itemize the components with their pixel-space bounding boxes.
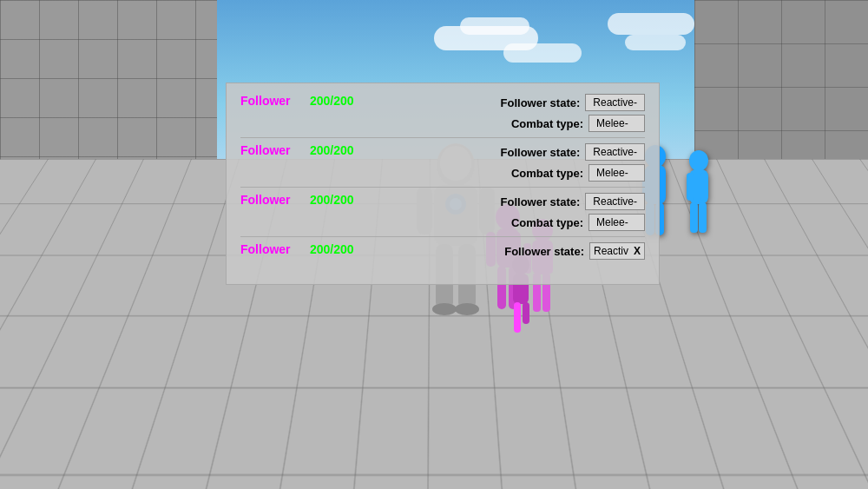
follower-2-row: Follower 200/200 (240, 143, 379, 157)
follower-3-combat-row: Combat type: Melee- (501, 214, 645, 231)
follower-1-row: Follower 200/200 (240, 94, 379, 108)
follower-3-combat-label: Combat type: (511, 216, 583, 229)
follower-2-info: Follower 200/200 (240, 143, 379, 164)
follower-4-controls: Follower state: Reactiv X (504, 242, 645, 260)
follower-2-combat-row: Combat type: Melee- (501, 164, 645, 182)
follower-4-health: 200/200 (310, 242, 354, 256)
follower-4-state-btn[interactable]: Reactiv X (589, 242, 645, 260)
follower-3-row: Follower 200/200 (240, 193, 379, 207)
follower-3-state-row: Follower state: Reactive- (501, 193, 645, 210)
follower-1-combat-row: Combat type: Melee- (501, 115, 645, 132)
follower-2-health: 200/200 (310, 143, 354, 157)
follower-2-state-label: Follower state: (501, 146, 581, 159)
follower-3-controls: Follower state: Reactive- Combat type: M… (501, 193, 645, 231)
follower-2-label: Follower (240, 143, 301, 157)
follower-2-combat-label: Combat type: (511, 167, 583, 180)
follower-1-info: Follower 200/200 (240, 94, 379, 115)
cloud-2 (460, 17, 529, 35)
svg-rect-10 (690, 202, 698, 233)
follower-3-label: Follower (240, 193, 301, 207)
follower-4-inner: Follower 200/200 Follower state: Reactiv… (240, 242, 645, 263)
cloud-5 (625, 35, 686, 50)
follower-2-state-btn[interactable]: Reactive- (585, 143, 645, 161)
follower-3-health: 200/200 (310, 193, 354, 207)
follower-section-1: Follower 200/200 Follower state: Reactiv… (240, 94, 645, 138)
follower-panel: Follower 200/200 Follower state: Reactiv… (226, 83, 660, 285)
follower-1-inner: Follower 200/200 Follower state: Reactiv… (240, 94, 645, 132)
follower-4-state-label: Follower state: (504, 245, 584, 258)
follower-4-label: Follower (240, 242, 301, 256)
follower-4-row: Follower 200/200 (240, 242, 379, 256)
svg-point-22 (455, 303, 479, 315)
cloud-4 (608, 13, 694, 35)
follower-2-inner: Follower 200/200 Follower state: Reactiv… (240, 143, 645, 182)
svg-rect-9 (700, 173, 707, 201)
follower-2-state-row: Follower state: Reactive- (501, 143, 645, 161)
svg-point-6 (689, 150, 708, 171)
follower-1-state-btn[interactable]: Reactive- (585, 94, 645, 111)
follower-2-controls: Follower state: Reactive- Combat type: M… (501, 143, 645, 182)
follower-1-health: 200/200 (310, 94, 354, 108)
follower-1-combat-btn[interactable]: Melee- (589, 115, 645, 132)
follower-4-info: Follower 200/200 (240, 242, 379, 263)
follower-3-combat-btn[interactable]: Melee- (589, 214, 645, 231)
follower-section-2: Follower 200/200 Follower state: Reactiv… (240, 143, 645, 188)
follower-3-state-label: Follower state: (501, 195, 581, 208)
svg-rect-37 (514, 302, 521, 333)
follower-2-combat-btn[interactable]: Melee- (589, 164, 645, 182)
follower-3-inner: Follower 200/200 Follower state: Reactiv… (240, 193, 645, 231)
follower-section-4: Follower 200/200 Follower state: Reactiv… (240, 242, 645, 268)
svg-point-21 (432, 303, 457, 315)
close-x-icon: X (634, 245, 641, 257)
svg-rect-11 (699, 202, 707, 233)
follower-3-state-btn[interactable]: Reactive- (585, 193, 645, 210)
follower-1-state-label: Follower state: (501, 96, 581, 109)
follower-3-info: Follower 200/200 (240, 193, 379, 214)
follower-1-state-row: Follower state: Reactive- (501, 94, 645, 111)
svg-rect-8 (687, 173, 694, 201)
cloud-3 (503, 43, 582, 63)
follower-1-controls: Follower state: Reactive- Combat type: M… (501, 94, 645, 132)
follower-1-combat-label: Combat type: (511, 117, 583, 130)
svg-rect-38 (523, 302, 529, 324)
follower-4-state-row: Follower state: Reactiv X (504, 242, 645, 260)
follower-section-3: Follower 200/200 Follower state: Reactiv… (240, 193, 645, 237)
follower-1-label: Follower (240, 94, 301, 108)
